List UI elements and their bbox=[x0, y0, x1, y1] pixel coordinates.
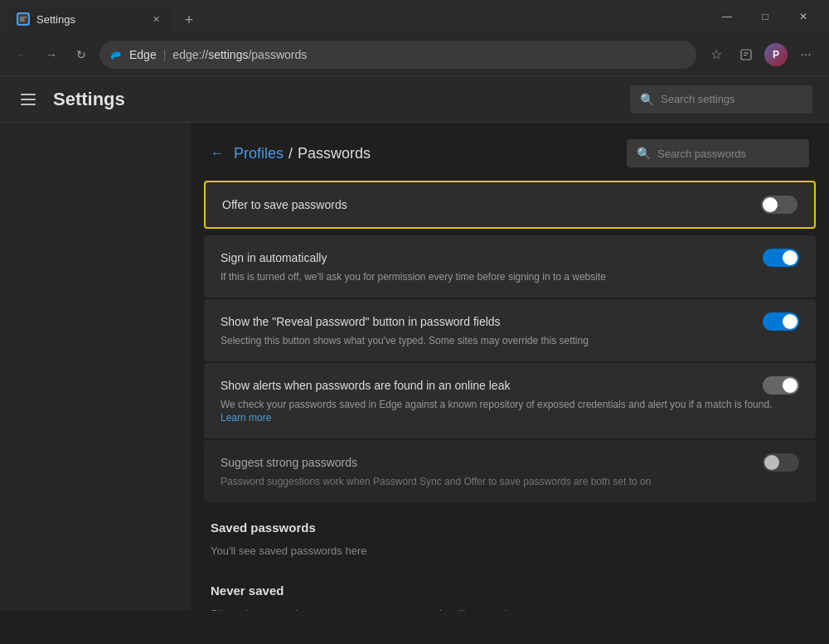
saved-passwords-empty: You'll see saved passwords here bbox=[191, 541, 829, 567]
search-passwords-field[interactable]: 🔍 Search passwords bbox=[627, 139, 809, 167]
address-url: edge://settings/passwords bbox=[172, 48, 307, 61]
suggest-strong-passwords-setting: Suggest strong passwords Password sugges… bbox=[204, 440, 816, 502]
title-bar: Settings ✕ + — □ ✕ bbox=[0, 0, 829, 33]
sign-in-auto-setting: Sign in automatically If this is turned … bbox=[204, 235, 816, 298]
address-bar: ← → ↻ Edge | edge://settings/passwords ☆ bbox=[0, 33, 829, 76]
offer-to-save-label: Offer to save passwords bbox=[222, 198, 347, 211]
breadcrumb-current: Passwords bbox=[298, 145, 371, 162]
search-passwords-icon: 🔍 bbox=[637, 147, 651, 160]
never-saved-empty: Sites where you choose to never save pas… bbox=[191, 604, 829, 611]
never-saved-header: Never saved bbox=[191, 567, 829, 604]
learn-more-link[interactable]: Learn more bbox=[221, 412, 271, 424]
maximize-button[interactable]: □ bbox=[746, 3, 784, 30]
sign-in-auto-desc: If this is turned off, we'll ask you for… bbox=[221, 270, 606, 284]
favorites-icon[interactable]: ☆ bbox=[703, 41, 730, 68]
tab-favicon bbox=[17, 12, 30, 26]
tab-title: Settings bbox=[36, 13, 143, 26]
leak-alerts-setting: Show alerts when passwords are found in … bbox=[204, 363, 816, 439]
breadcrumb: Profiles / Passwords bbox=[234, 145, 617, 162]
sign-in-auto-toggle[interactable] bbox=[763, 249, 799, 267]
settings-section: Offer to save passwords Sign in automati… bbox=[191, 181, 829, 502]
settings-page-title: Settings bbox=[53, 89, 617, 110]
minimize-button[interactable]: — bbox=[708, 3, 746, 30]
breadcrumb-separator: / bbox=[288, 145, 293, 162]
new-tab-button[interactable]: + bbox=[176, 7, 202, 33]
profile-avatar[interactable]: P bbox=[764, 43, 788, 66]
reveal-password-desc: Selecting this button shows what you've … bbox=[221, 334, 589, 348]
search-settings-icon: 🔍 bbox=[640, 93, 654, 106]
tab-close-button[interactable]: ✕ bbox=[149, 12, 162, 26]
search-settings-placeholder: Search settings bbox=[661, 93, 735, 105]
reveal-password-label: Show the "Reveal password" button in pas… bbox=[221, 315, 501, 328]
back-button[interactable]: ← bbox=[10, 43, 33, 66]
offer-to-save-toggle[interactable] bbox=[761, 196, 797, 214]
leak-alerts-toggle[interactable] bbox=[763, 376, 799, 395]
leak-alerts-label: Show alerts when passwords are found in … bbox=[221, 379, 510, 392]
saved-passwords-header: Saved passwords bbox=[191, 504, 829, 541]
leak-alerts-desc: We check your passwords saved in Edge ag… bbox=[221, 398, 799, 426]
main-content: ← Profiles / Passwords 🔍 Search password… bbox=[0, 123, 829, 611]
suggest-strong-desc: Password suggestions work when Password … bbox=[221, 475, 651, 489]
close-button[interactable]: ✕ bbox=[784, 3, 822, 30]
reveal-password-setting: Show the "Reveal password" button in pas… bbox=[204, 299, 816, 361]
sign-in-auto-label: Sign in automatically bbox=[221, 251, 327, 264]
settings-header: Settings 🔍 Search settings bbox=[0, 76, 829, 123]
offer-to-save-setting: Offer to save passwords bbox=[204, 181, 816, 229]
reveal-password-toggle[interactable] bbox=[763, 312, 799, 331]
window-controls: — □ ✕ bbox=[708, 3, 822, 30]
address-brand: Edge bbox=[129, 48, 157, 61]
search-settings-field[interactable]: 🔍 Search settings bbox=[630, 85, 812, 114]
breadcrumb-profiles-link[interactable]: Profiles bbox=[234, 145, 284, 162]
suggest-strong-toggle[interactable] bbox=[763, 453, 799, 472]
back-to-profiles-button[interactable]: ← bbox=[211, 146, 224, 161]
active-tab[interactable]: Settings ✕ bbox=[7, 5, 172, 33]
passwords-header: ← Profiles / Passwords 🔍 Search password… bbox=[191, 123, 829, 181]
hamburger-menu[interactable] bbox=[17, 88, 40, 111]
profile-icon[interactable]: P bbox=[763, 41, 789, 68]
forward-button[interactable]: → bbox=[40, 43, 63, 66]
search-passwords-placeholder: Search passwords bbox=[657, 148, 746, 160]
content-area: ← Profiles / Passwords 🔍 Search password… bbox=[191, 123, 829, 611]
suggest-strong-label: Suggest strong passwords bbox=[221, 456, 357, 469]
refresh-button[interactable]: ↻ bbox=[70, 43, 93, 66]
more-options-icon[interactable]: ··· bbox=[793, 41, 819, 68]
address-field[interactable]: Edge | edge://settings/passwords bbox=[99, 41, 696, 69]
sidebar bbox=[0, 123, 191, 611]
reading-list-icon[interactable] bbox=[733, 41, 759, 68]
toolbar-icons: ☆ P ··· bbox=[703, 41, 819, 68]
